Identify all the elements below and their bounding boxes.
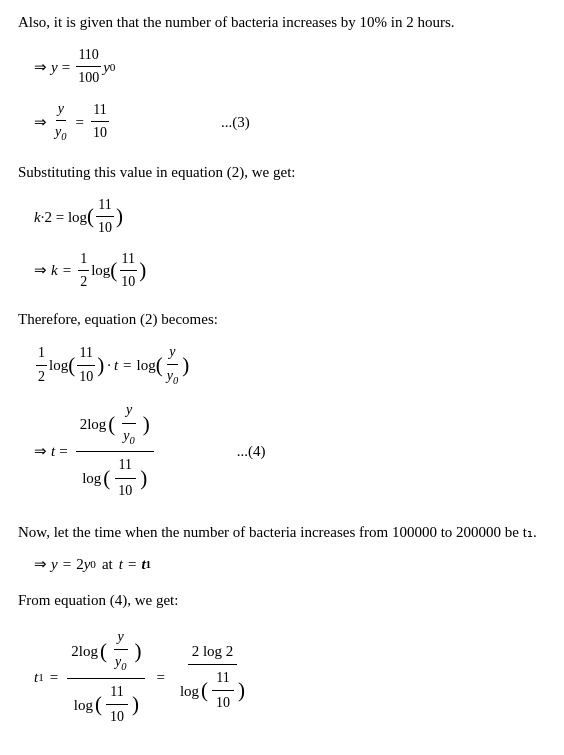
big-frac-t: 2log ( y y0 ) log ( 11 10 ) [76,397,154,504]
eq-k-half-log: ⇒ k = 1 2 log ( 11 10 ) [34,248,546,294]
eq4-label: ...(4) [237,439,266,463]
eq-y-y0: ⇒ y y0 = 11 10 ...(3) [34,98,546,146]
frac-11-10-b: 11 10 [96,194,114,240]
frac-11-10-c: 11 10 [119,248,137,294]
eq-half-log-t: 1 2 log ( 11 10 ) · t = log ( y y0 ) [34,341,546,389]
y0-var: y [103,55,110,79]
now-text: Now, let the time when the number of bac… [18,520,546,544]
frac-11-10: 11 10 [91,99,109,145]
eq-y-110: ⇒ y = 110 100 y0 [34,44,546,90]
eq-t1-formula: t1 = 2log ( y y0 ) log ( 11 10 ) [34,624,546,731]
eq-y-2y0: ⇒ y = 2 y0 at t = t1 [34,552,546,576]
y-var: y [51,55,58,79]
eq-k2-log: k ·2 = log ( 11 10 ) [34,194,546,240]
big-frac-t1-left: 2log ( y y0 ) log ( 11 10 ) [67,624,145,731]
page-content: Also, it is given that the number of bac… [18,10,546,755]
intro-text: Also, it is given that the number of bac… [18,10,546,34]
from-eq4-text: From equation (4), we get: [18,588,546,612]
big-frac-t1-right: 2 log 2 log ( 11 10 ) [176,638,249,717]
frac-1-2-d: 1 2 [36,342,47,388]
eq3-label: ...(3) [221,110,250,134]
frac-y-y0: y y0 [53,98,68,146]
hence-line: Hence, in 2 log 2 log ( 11 10 ) hours th… [18,747,546,755]
therefore-text: Therefore, equation (2) becomes: [18,307,546,331]
big-frac-hence: 2 log 2 log ( 11 10 ) [88,747,161,755]
frac-11-10-e: 11 10 [77,342,95,388]
frac-y-y0-f: y y0 [165,341,180,389]
eq-t-formula: ⇒ t = 2log ( y y0 ) log ( 11 10 ) [34,397,546,504]
frac-1-2: 1 2 [78,248,89,294]
arrow1: ⇒ [34,55,47,79]
sub-text: Substituting this value in equation (2),… [18,160,546,184]
frac-110-100: 110 100 [76,44,101,90]
